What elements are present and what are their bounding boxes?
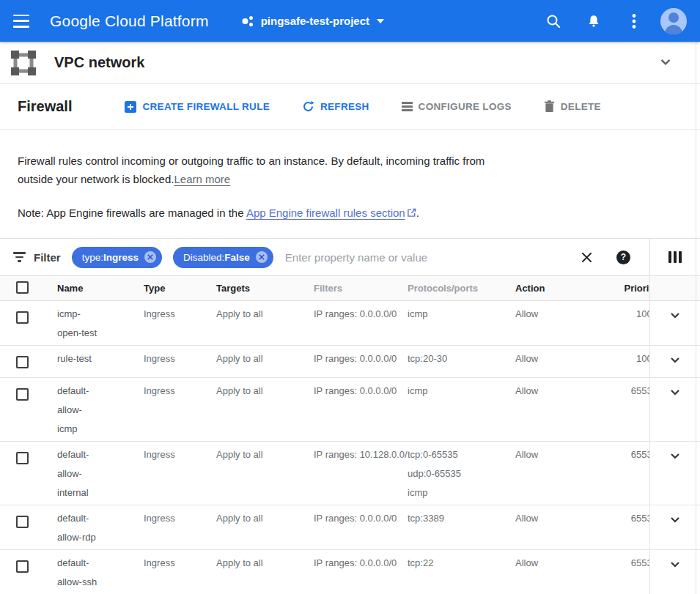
row-expand-button[interactable] (649, 505, 700, 549)
cell-protocols: tcp:0-65535udp:0-65535icmp (408, 442, 515, 505)
cell-priority: 1000 (583, 301, 649, 345)
close-icon (581, 251, 593, 264)
project-icon (241, 15, 254, 28)
protocol-line: icmp (408, 305, 515, 324)
protocol-line: tcp:0-65535 (408, 445, 515, 464)
row-checkbox[interactable] (16, 388, 29, 401)
row-checkbox[interactable] (16, 560, 29, 573)
chip-key: Disabled (183, 252, 222, 263)
row-expand-button[interactable] (649, 378, 700, 441)
cell-targets: Apply to all (216, 442, 314, 505)
table-row: default-allow-rdp Ingress Apply to all I… (0, 505, 700, 550)
create-firewall-rule-button[interactable]: CREATE FIREWALL RULE (125, 101, 270, 113)
app-title: Google Cloud Platform (50, 12, 209, 30)
cell-type: Ingress (144, 442, 216, 505)
cell-action: Allow (515, 550, 583, 594)
chevron-down-icon (377, 19, 384, 23)
chevron-down-icon (666, 351, 684, 368)
cell-action: Allow (515, 346, 583, 377)
row-expand-button[interactable] (649, 550, 700, 594)
select-all-checkbox[interactable] (16, 281, 29, 294)
row-checkbox[interactable] (16, 452, 29, 464)
column-header-action[interactable]: Action (515, 283, 583, 294)
filter-chip-type[interactable]: type : Ingress (72, 247, 162, 268)
column-header-name[interactable]: Name (48, 283, 144, 294)
row-checkbox[interactable] (16, 516, 29, 528)
clear-filters-button[interactable] (578, 251, 594, 264)
firewall-rule-name[interactable]: default-allow-internal (57, 445, 100, 502)
filter-input[interactable] (285, 251, 578, 264)
table-row: rule-test Ingress Apply to all IP ranges… (0, 346, 700, 378)
column-header-type[interactable]: Type (144, 283, 216, 294)
more-options-button[interactable] (619, 7, 649, 36)
app-engine-firewall-link[interactable]: App Engine firewall rules section (246, 207, 416, 219)
table-row: default-allow-internal Ingress Apply to … (0, 442, 700, 505)
chip-key: type (82, 252, 101, 263)
vpc-network-icon (10, 50, 37, 76)
collapse-header-button[interactable] (656, 52, 675, 74)
table-header-row: Name Type Targets Filters Protocols/port… (0, 276, 700, 301)
project-name: pingsafe-test-project (261, 15, 369, 27)
cell-targets: Apply to all (216, 550, 314, 594)
cell-filters: IP ranges: 0.0.0.0/0 (314, 550, 408, 594)
column-header-filters[interactable]: Filters (314, 283, 408, 294)
notifications-button[interactable] (579, 7, 608, 36)
cell-protocols: icmp (408, 378, 515, 441)
chevron-down-icon (666, 383, 684, 401)
cell-type: Ingress (144, 301, 216, 345)
cell-filters: IP ranges: 0.0.0.0/0 (314, 505, 408, 549)
section-header: VPC network (0, 42, 700, 84)
cell-type: Ingress (144, 378, 216, 441)
column-header-priority[interactable]: Priority (583, 283, 649, 294)
column-header-protocols[interactable]: Protocols/ports (408, 283, 515, 294)
menu-icon[interactable] (12, 14, 31, 29)
firewall-rule-name[interactable]: icmp-open-test (57, 305, 100, 343)
refresh-icon (302, 100, 314, 113)
row-checkbox[interactable] (16, 311, 29, 324)
cell-priority: 65534 (583, 378, 649, 441)
cell-filters: IP ranges: 0.0.0.0/0 (314, 378, 408, 441)
column-header-targets[interactable]: Targets (216, 283, 314, 294)
configure-logs-button[interactable]: CONFIGURE LOGS (402, 101, 512, 112)
avatar-body (665, 25, 682, 34)
firewall-rule-name[interactable]: rule-test (57, 349, 100, 368)
protocol-line: icmp (408, 483, 515, 502)
cell-action: Allow (515, 378, 583, 441)
learn-more-link[interactable]: Learn more (174, 173, 230, 185)
protocol-line: tcp:20-30 (408, 349, 515, 368)
project-selector[interactable]: pingsafe-test-project (241, 15, 384, 28)
row-expand-button[interactable] (649, 442, 700, 505)
row-expand-button[interactable] (649, 301, 700, 345)
cell-priority: 1000 (583, 346, 649, 377)
cell-type: Ingress (144, 505, 216, 549)
note-text: Note: App Engine firewalls are managed i… (18, 204, 493, 222)
help-icon[interactable]: ? (616, 250, 630, 264)
column-display-icon[interactable] (668, 251, 682, 263)
delete-button[interactable]: DELETE (544, 100, 601, 113)
row-checkbox[interactable] (16, 356, 29, 368)
filter-label: Filter (34, 251, 61, 264)
filter-chip-disabled[interactable]: Disabled : False (173, 247, 273, 268)
firewall-rule-name[interactable]: default-allow-ssh (57, 554, 100, 592)
filter-bar: Filter type : Ingress Disabled : False ? (0, 238, 700, 276)
cell-targets: Apply to all (216, 378, 314, 441)
table-body: icmp-open-test Ingress Apply to all IP r… (0, 301, 700, 594)
avatar[interactable] (660, 8, 687, 34)
cell-type: Ingress (144, 346, 216, 377)
app-bar: Google Cloud Platform pingsafe-test-proj… (0, 0, 700, 42)
row-expand-button[interactable] (649, 346, 700, 377)
chip-remove-icon[interactable] (256, 251, 268, 263)
cell-priority: 65534 (583, 550, 649, 594)
firewall-rule-name[interactable]: default-allow-rdp (57, 509, 100, 547)
protocol-line: tcp:22 (408, 554, 515, 573)
note-prefix: Note: App Engine firewalls are managed i… (18, 207, 246, 219)
chip-remove-icon[interactable] (144, 251, 156, 263)
refresh-button[interactable]: REFRESH (302, 100, 369, 113)
cell-priority: 65534 (583, 505, 649, 549)
protocol-line: tcp:3389 (408, 509, 515, 528)
search-button[interactable] (539, 7, 568, 36)
cell-filters: IP ranges: 0.0.0.0/0 (314, 301, 408, 345)
filter-icon (12, 252, 26, 261)
protocol-line: icmp (408, 382, 515, 401)
firewall-rule-name[interactable]: default-allow-icmp (57, 382, 100, 439)
